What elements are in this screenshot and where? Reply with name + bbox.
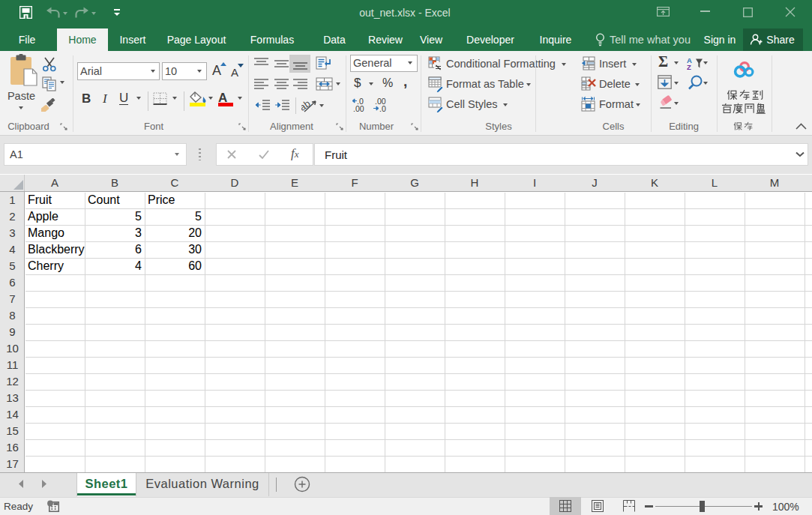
svg-text:Z: Z: [687, 63, 691, 70]
svg-text:.00: .00: [353, 104, 364, 112]
svg-text:.0: .0: [379, 104, 386, 112]
